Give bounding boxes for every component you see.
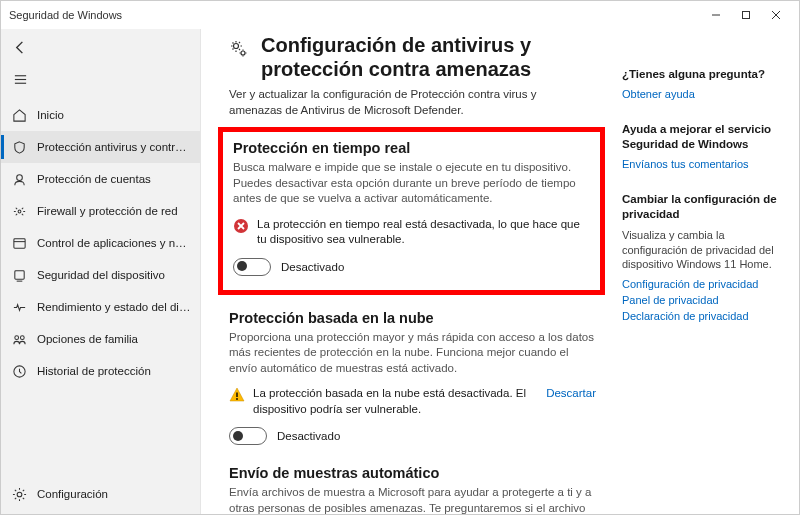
toggle-track (233, 258, 271, 276)
samples-desc: Envía archivos de muestra a Microsoft pa… (229, 485, 596, 514)
cloud-title: Protección basada en la nube (229, 310, 596, 326)
realtime-title: Protección en tiempo real (233, 140, 590, 156)
privacy-statement-link[interactable]: Declaración de privacidad (622, 310, 785, 322)
page-title: Configuración de antivirus y protección … (261, 33, 596, 81)
svg-point-14 (20, 335, 24, 339)
nav-account-protection[interactable]: Protección de cuentas (1, 163, 200, 195)
nav-firewall[interactable]: Firewall y protección de red (1, 195, 200, 227)
shield-icon (11, 139, 27, 155)
cloud-dismiss-link[interactable]: Descartar (546, 386, 596, 402)
nav-app-browser-control[interactable]: Control de aplicaciones y navegador (1, 227, 200, 259)
rail-help: ¿Tienes alguna pregunta? Obtener ayuda (622, 67, 785, 100)
window-minimize-button[interactable] (701, 3, 731, 27)
cloud-alert: La protección basada en la nube está des… (229, 386, 596, 417)
health-icon (11, 299, 27, 315)
nav-device-security[interactable]: Seguridad del dispositivo (1, 259, 200, 291)
right-rail: ¿Tienes alguna pregunta? Obtener ayuda A… (614, 29, 799, 514)
cloud-toggle[interactable]: Desactivado (229, 427, 596, 445)
family-icon (11, 331, 27, 347)
realtime-alert: La protección en tiempo real está desact… (233, 217, 590, 248)
sidebar: Inicio Protección antivirus y contra ame… (1, 29, 201, 514)
svg-point-18 (241, 51, 245, 55)
menu-button[interactable] (3, 63, 37, 95)
nav-home[interactable]: Inicio (1, 99, 200, 131)
svg-point-7 (16, 174, 22, 180)
get-help-link[interactable]: Obtener ayuda (622, 88, 785, 100)
back-button[interactable] (3, 31, 37, 63)
svg-rect-9 (13, 238, 24, 247)
title-bar: Seguridad de Windows (1, 1, 799, 29)
account-icon (11, 171, 27, 187)
window-close-button[interactable] (761, 3, 791, 27)
svg-point-24 (236, 398, 238, 400)
window-maximize-button[interactable] (731, 3, 761, 27)
rail-feedback-title: Ayuda a mejorar el servicio Seguridad de… (622, 122, 785, 152)
cloud-desc: Proporciona una protección mayor y más r… (229, 330, 596, 377)
firewall-icon (11, 203, 27, 219)
warning-icon (229, 387, 245, 403)
content-area: Configuración de antivirus y protección … (201, 29, 614, 514)
realtime-desc: Busca malware e impide que se instale o … (233, 160, 590, 207)
rail-help-title: ¿Tienes alguna pregunta? (622, 67, 785, 82)
toggle-track (229, 427, 267, 445)
svg-rect-11 (14, 270, 23, 278)
svg-rect-1 (743, 12, 750, 19)
svg-point-8 (18, 210, 21, 213)
svg-point-13 (14, 335, 18, 339)
history-icon (11, 363, 27, 379)
realtime-toggle-label: Desactivado (281, 261, 344, 273)
realtime-alert-text: La protección en tiempo real está desact… (257, 217, 590, 248)
nav-family-options[interactable]: Opciones de familia (1, 323, 200, 355)
cloud-alert-text: La protección basada en la nube está des… (253, 386, 528, 417)
svg-point-17 (234, 44, 239, 49)
svg-point-16 (17, 492, 22, 497)
section-sample-submission: Envío de muestras automático Envía archi… (229, 465, 596, 514)
rail-privacy-title: Cambiar la configuración de privacidad (622, 192, 785, 222)
rail-privacy-desc: Visualiza y cambia la configuración de p… (622, 228, 785, 273)
section-cloud-protection: Protección basada en la nube Proporciona… (229, 310, 596, 446)
home-icon (11, 107, 27, 123)
feedback-link[interactable]: Envíanos tus comentarios (622, 158, 785, 170)
gear-icon (11, 486, 27, 502)
privacy-dashboard-link[interactable]: Panel de privacidad (622, 294, 785, 306)
nav-list: Inicio Protección antivirus y contra ame… (1, 99, 200, 478)
nav-virus-protection[interactable]: Protección antivirus y contra amenazas (1, 131, 200, 163)
page-description: Ver y actualizar la configuración de Pro… (229, 87, 589, 118)
samples-title: Envío de muestras automático (229, 465, 596, 481)
error-icon (233, 218, 249, 234)
page-gear-icon (229, 33, 249, 61)
window-title: Seguridad de Windows (9, 9, 122, 21)
rail-privacy: Cambiar la configuración de privacidad V… (622, 192, 785, 322)
nav-device-performance[interactable]: Rendimiento y estado del dispositivo (1, 291, 200, 323)
nav-protection-history[interactable]: Historial de protección (1, 355, 200, 387)
privacy-settings-link[interactable]: Configuración de privacidad (622, 278, 785, 290)
nav-settings[interactable]: Configuración (1, 478, 200, 510)
section-realtime-protection: Protección en tiempo real Busca malware … (223, 132, 600, 290)
app-control-icon (11, 235, 27, 251)
realtime-toggle[interactable]: Desactivado (233, 258, 590, 276)
cloud-toggle-label: Desactivado (277, 430, 340, 442)
device-security-icon (11, 267, 27, 283)
rail-feedback: Ayuda a mejorar el servicio Seguridad de… (622, 122, 785, 170)
